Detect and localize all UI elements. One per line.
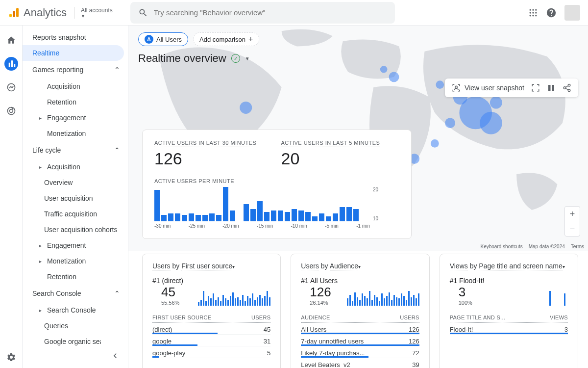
col-label: Page Title and S... bbox=[450, 315, 506, 320]
sidebar-item-acquisition[interactable]: ▸Acquisition bbox=[23, 159, 128, 175]
users-per-minute-label: Active Users per Minute bbox=[154, 178, 399, 184]
share-icon[interactable] bbox=[563, 83, 571, 92]
svg-rect-0 bbox=[9, 14, 12, 17]
svg-point-10 bbox=[532, 15, 534, 16]
view-user-snapshot-button[interactable]: View user snapshot bbox=[452, 83, 524, 92]
col-label: Audience bbox=[301, 315, 330, 320]
left-rail bbox=[0, 26, 23, 368]
chip-label: All Users bbox=[156, 36, 182, 43]
chart-bar bbox=[189, 213, 194, 221]
chip-all-users[interactable]: A All Users bbox=[138, 32, 188, 46]
sidebar-item-overview[interactable]: Overview bbox=[23, 175, 128, 190]
chart-bar bbox=[244, 204, 249, 221]
apps-icon[interactable] bbox=[528, 8, 538, 18]
table-row[interactable]: google31 bbox=[152, 335, 270, 346]
zoom-in-button[interactable]: + bbox=[565, 207, 580, 221]
table-row[interactable]: 7-day unnotified users126 bbox=[301, 335, 419, 346]
chart-bar bbox=[326, 216, 331, 221]
sidebar-item-engagement[interactable]: ▸Engagement bbox=[23, 237, 128, 253]
sidebar-item-realtime[interactable]: Realtime bbox=[23, 45, 124, 61]
sidebar-item-reports-snapshot[interactable]: Reports snapshot bbox=[23, 29, 128, 45]
chart-bar bbox=[196, 215, 201, 221]
sparkline bbox=[198, 291, 270, 306]
fullscreen-icon[interactable] bbox=[531, 83, 540, 92]
svg-point-27 bbox=[240, 102, 252, 114]
table-row[interactable]: google-play5 bbox=[152, 346, 270, 358]
sidebar-item-acquisition[interactable]: Acquisition bbox=[23, 79, 128, 94]
search-input[interactable] bbox=[154, 8, 387, 17]
svg-point-25 bbox=[389, 72, 399, 82]
rail-explore[interactable] bbox=[4, 80, 18, 94]
table-row[interactable]: All Users126 bbox=[301, 323, 419, 335]
rail-reports[interactable] bbox=[4, 57, 18, 71]
sidebar-item-retention[interactable]: Retention bbox=[23, 269, 128, 285]
zoom-out-button[interactable]: − bbox=[565, 221, 580, 236]
svg-point-7 bbox=[532, 12, 534, 13]
breakdown-card-2: Views by Page title and screen name▾#1 F… bbox=[440, 254, 578, 368]
breakdown-card-1: Users by Audience▾#1 All Users12626.14%A… bbox=[291, 254, 429, 368]
chip-add-comparison[interactable]: Add comparison + bbox=[193, 32, 259, 46]
avatar[interactable] bbox=[564, 5, 580, 21]
collapse-sidebar-button[interactable] bbox=[110, 351, 120, 362]
card-title[interactable]: Users by First user source▾ bbox=[152, 262, 270, 273]
svg-line-36 bbox=[565, 86, 568, 87]
sparkline bbox=[347, 291, 419, 306]
chart-bar bbox=[353, 209, 359, 221]
search-bar[interactable] bbox=[130, 2, 395, 24]
chart-y-axis: 20 10 bbox=[370, 187, 378, 221]
chevron-up-icon: ⌃ bbox=[114, 66, 120, 74]
sidebar-item-search-console[interactable]: ▸Search Console bbox=[23, 302, 128, 318]
verified-badge-icon[interactable]: ✓ bbox=[231, 54, 240, 63]
sidebar-item-user-acquisition-cohorts[interactable]: User acquisition cohorts bbox=[23, 222, 128, 237]
table-row[interactable]: (direct)45 bbox=[152, 323, 270, 335]
chart-bar bbox=[278, 210, 283, 221]
rail-home[interactable] bbox=[4, 33, 18, 47]
chart-bar bbox=[271, 210, 276, 221]
table-row[interactable]: Level Beaters_v239 bbox=[301, 358, 419, 368]
card-title[interactable]: Users by Audience▾ bbox=[301, 262, 419, 273]
chevron-right-icon: ▸ bbox=[39, 243, 44, 248]
svg-point-3 bbox=[530, 9, 531, 10]
comparison-chips: A All Users Add comparison + bbox=[128, 26, 588, 50]
chevron-down-icon[interactable]: ▼ bbox=[245, 56, 250, 61]
table-row[interactable]: Flood-It!3 bbox=[450, 323, 568, 335]
top-value: 3 bbox=[459, 285, 485, 300]
compare-icon[interactable] bbox=[547, 83, 556, 92]
chart-bar bbox=[298, 210, 304, 221]
sidebar-item-google-organic-search-traf[interactable]: Google organic search traf... bbox=[23, 334, 101, 349]
chart-bar bbox=[202, 215, 208, 221]
chevron-up-icon: ⌃ bbox=[114, 146, 120, 154]
chart-bar bbox=[292, 209, 297, 221]
svg-point-21 bbox=[490, 97, 502, 109]
sidebar-item-monetization[interactable]: ▸Monetization bbox=[23, 253, 128, 269]
rail-settings[interactable] bbox=[4, 354, 18, 368]
sidebar-group-search-console[interactable]: Search Console ⌃ bbox=[23, 285, 128, 302]
svg-line-37 bbox=[565, 88, 568, 90]
page-title-row: Realtime overview ✓ ▼ bbox=[128, 50, 588, 71]
sidebar-item-engagement[interactable]: ▸Engagement bbox=[23, 110, 128, 126]
sidebar-item-monetization[interactable]: Monetization bbox=[23, 126, 128, 141]
explore-icon bbox=[6, 82, 16, 92]
reports-icon bbox=[7, 59, 16, 68]
chart-bar bbox=[230, 210, 235, 221]
table-row[interactable]: Likely 7-day purchas...72 bbox=[301, 346, 419, 358]
card-title[interactable]: Views by Page title and screen name▾ bbox=[450, 262, 568, 273]
sidebar-item-queries[interactable]: Queries bbox=[23, 318, 101, 334]
top-value: 126 bbox=[310, 285, 338, 300]
rail-ads[interactable] bbox=[4, 104, 18, 118]
col-value: Users bbox=[400, 315, 419, 320]
top-rank: #1 Flood-It! bbox=[450, 277, 485, 285]
sidebar-item-retention[interactable]: Retention bbox=[23, 94, 128, 110]
logo[interactable]: Analytics bbox=[8, 6, 67, 19]
sidebar-group-games[interactable]: Games reporting ⌃ bbox=[23, 61, 128, 79]
active-users-30-label: Active Users in Last 30 Minutes bbox=[154, 140, 256, 147]
sidebar-group-lifecycle[interactable]: Life cycle ⌃ bbox=[23, 141, 128, 159]
chart-bar bbox=[250, 209, 256, 221]
account-selector[interactable]: All accounts ▼ bbox=[74, 7, 113, 19]
chip-label: Add comparison bbox=[199, 36, 245, 43]
sidebar-item-traffic-acquisition[interactable]: Traffic acquisition bbox=[23, 206, 128, 222]
help-icon[interactable] bbox=[546, 7, 557, 18]
chevron-right-icon: ▸ bbox=[39, 115, 44, 121]
snapshot-icon bbox=[452, 83, 461, 92]
sidebar-item-user-acquisition[interactable]: User acquisition bbox=[23, 190, 128, 206]
